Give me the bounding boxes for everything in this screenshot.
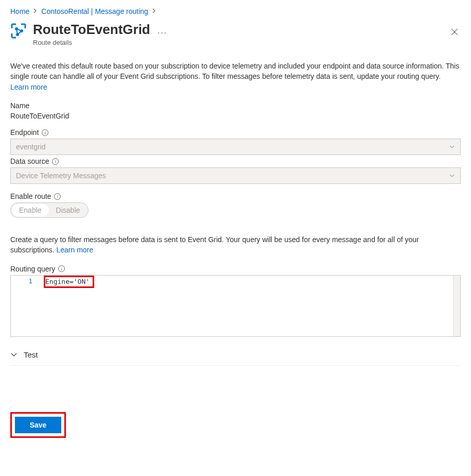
name-value: RouteToEventGrid <box>10 112 461 120</box>
info-icon[interactable]: i <box>42 129 48 136</box>
toggle-enable: Enable <box>12 204 49 216</box>
chevron-right-icon <box>152 8 156 15</box>
svg-line-4 <box>18 31 22 35</box>
name-label: Name <box>10 101 461 110</box>
intro-text: We've created this default route based o… <box>10 61 461 92</box>
routing-query-editor[interactable]: 1 Engine='ON' <box>10 275 461 337</box>
query-intro: Create a query to filter messages before… <box>10 234 461 256</box>
save-highlight: Save <box>10 412 66 438</box>
endpoint-label: Endpoint <box>10 128 39 137</box>
enable-route-label: Enable route <box>10 192 51 200</box>
endpoint-select: eventgrid <box>10 139 461 155</box>
routing-query-label: Routing query <box>10 265 55 273</box>
breadcrumb: Home ContosoRental | Message routing <box>10 7 461 15</box>
toggle-disable: Disable <box>49 204 88 216</box>
info-icon[interactable]: i <box>54 193 61 200</box>
learn-more-link[interactable]: Learn more <box>56 246 93 254</box>
breadcrumb-parent[interactable]: ContosoRental | Message routing <box>41 7 148 15</box>
scrollbar[interactable] <box>453 276 460 336</box>
query-highlight: Engine='ON' <box>44 276 94 288</box>
breadcrumb-home[interactable]: Home <box>10 7 29 15</box>
chevron-down-icon <box>449 173 455 179</box>
close-button[interactable] <box>448 26 461 40</box>
enable-route-toggle: Enable Disable <box>10 202 89 218</box>
learn-more-link[interactable]: Learn more <box>10 83 47 91</box>
info-icon[interactable]: i <box>58 265 65 272</box>
line-gutter: 1 <box>11 276 42 336</box>
query-code: Engine='ON' <box>45 278 90 285</box>
datasource-select: Device Telemetry Messages <box>10 167 461 184</box>
route-icon <box>10 23 27 39</box>
more-icon[interactable]: ··· <box>158 28 167 38</box>
page-title: RouteToEventGrid <box>33 22 150 38</box>
datasource-label: Data source <box>10 157 49 165</box>
chevron-right-icon <box>33 8 37 15</box>
info-icon[interactable]: i <box>52 158 59 165</box>
page-subtitle: Route details <box>33 39 167 46</box>
chevron-down-icon <box>449 144 455 150</box>
test-expander[interactable]: Test <box>10 344 461 366</box>
save-button[interactable]: Save <box>15 417 61 433</box>
chevron-down-icon <box>10 351 18 358</box>
